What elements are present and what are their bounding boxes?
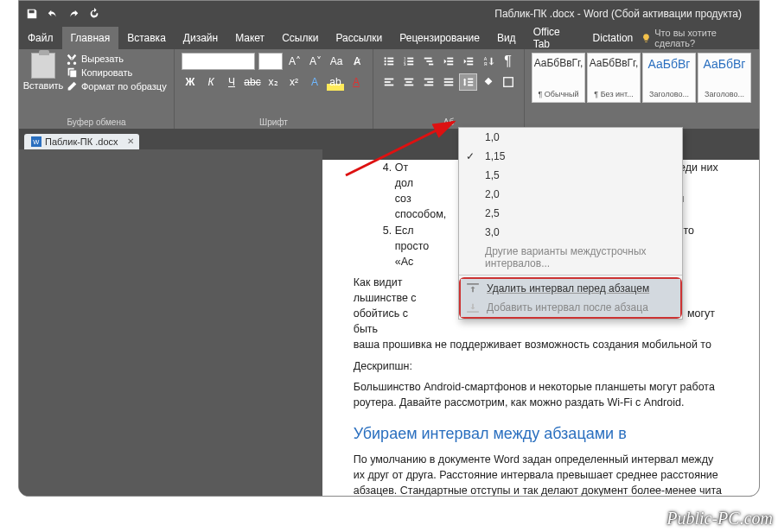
spacing-option-1-5[interactable]: 1,5: [459, 166, 682, 185]
svg-rect-26: [405, 79, 414, 80]
underline-button[interactable]: Ч: [223, 73, 240, 91]
svg-rect-14: [429, 64, 433, 66]
change-case-button[interactable]: Aa: [328, 53, 345, 70]
font-name-combo[interactable]: [182, 53, 255, 70]
svg-text:3: 3: [404, 62, 406, 66]
copy-button[interactable]: Копировать: [66, 66, 167, 79]
word-doc-icon: W: [31, 136, 41, 147]
document-tab[interactable]: W Паблик-ПК .docx ✕: [24, 134, 139, 149]
grow-font-button[interactable]: A˄: [286, 53, 303, 70]
tab-insert[interactable]: Вставка: [118, 27, 175, 49]
spacing-option-1-0[interactable]: 1,0: [459, 128, 682, 147]
svg-rect-27: [406, 81, 412, 83]
paste-button[interactable]: Вставить: [26, 53, 61, 92]
group-font: A˄ A˅ Aa A̷ Ж К Ч abc x₂ x² A ab A Шрифт: [175, 49, 373, 129]
style-normal[interactable]: АаБбВвГг, ¶ Обычный: [532, 53, 585, 103]
spacing-option-1-15[interactable]: 1,15: [459, 147, 682, 166]
text-effects-button[interactable]: A: [306, 73, 323, 91]
spacing-options-more[interactable]: Другие варианты междустрочных интервалов…: [459, 242, 682, 273]
add-space-after-paragraph[interactable]: Добавить интервал после абзаца: [461, 298, 680, 317]
svg-rect-17: [447, 64, 453, 66]
tab-design[interactable]: Дизайн: [175, 27, 226, 49]
tab-home[interactable]: Главная: [62, 27, 119, 49]
scissors-icon: [66, 53, 78, 65]
svg-rect-5: [388, 64, 394, 66]
tab-mailings[interactable]: Рассылки: [327, 27, 391, 49]
svg-rect-18: [467, 58, 473, 60]
group-label-paragraph: Аб: [380, 116, 517, 127]
shading-button[interactable]: [479, 73, 497, 91]
tab-office-tab[interactable]: Office Tab: [525, 27, 584, 49]
line-spacing-button[interactable]: [459, 73, 477, 91]
refresh-icon[interactable]: [88, 8, 100, 20]
align-left-button[interactable]: [380, 73, 399, 91]
show-marks-button[interactable]: ¶: [499, 53, 517, 70]
decrease-indent-button[interactable]: [440, 53, 458, 70]
font-size-combo[interactable]: [258, 53, 283, 70]
svg-rect-12: [424, 58, 432, 60]
tell-me-placeholder: Что вы хотите сделать?: [654, 28, 750, 48]
svg-rect-1: [388, 58, 394, 60]
svg-point-0: [385, 57, 386, 59]
tab-file[interactable]: Файл: [19, 27, 62, 49]
svg-rect-16: [447, 60, 453, 62]
tab-layout[interactable]: Макет: [226, 27, 273, 49]
svg-rect-13: [427, 60, 433, 62]
close-tab-icon[interactable]: ✕: [127, 136, 134, 146]
left-gutter: [19, 149, 322, 496]
numbering-button[interactable]: 123: [400, 53, 418, 70]
undo-icon[interactable]: [47, 8, 59, 20]
redo-icon[interactable]: [67, 8, 80, 20]
superscript-button[interactable]: x²: [285, 73, 303, 91]
save-icon[interactable]: [26, 8, 38, 20]
svg-rect-3: [388, 60, 394, 62]
italic-button[interactable]: К: [202, 73, 220, 91]
tab-review[interactable]: Рецензирование: [391, 27, 488, 49]
titlebar: Паблик-ПК .docx - Word (Сбой активации п…: [19, 1, 759, 27]
spacing-option-3-0[interactable]: 3,0: [459, 223, 682, 242]
heading: Убираем интервал между абзацами в: [354, 422, 728, 445]
cut-button[interactable]: Вырезать: [66, 53, 167, 65]
svg-rect-9: [408, 60, 414, 62]
spacing-option-2-0[interactable]: 2,0: [459, 185, 682, 204]
tab-dictation[interactable]: Dictation: [584, 27, 642, 49]
ribbon: Вставить Вырезать Копировать Формат по о…: [19, 49, 759, 129]
justify-button[interactable]: [440, 73, 458, 91]
svg-rect-32: [444, 79, 454, 80]
tab-references[interactable]: Ссылки: [273, 27, 327, 49]
strikethrough-button[interactable]: abc: [244, 73, 261, 91]
svg-rect-7: [408, 58, 414, 60]
shrink-font-button[interactable]: A˅: [307, 53, 324, 70]
align-center-button[interactable]: [400, 73, 418, 91]
increase-indent-button[interactable]: [459, 53, 477, 70]
line-spacing-menu: 1,0 1,15 1,5 2,0 2,5 3,0 Другие варианты…: [458, 127, 683, 320]
svg-rect-15: [447, 58, 453, 60]
highlight-button[interactable]: ab: [327, 73, 344, 91]
clear-formatting-button[interactable]: A̷: [348, 53, 366, 70]
borders-button[interactable]: [499, 73, 517, 91]
style-no-spacing[interactable]: АаБбВвГг, ¶ Без инт...: [587, 53, 641, 103]
sort-button[interactable]: AЯ: [479, 53, 497, 70]
menu-separator: [459, 275, 682, 276]
spacing-option-2-5[interactable]: 2,5: [459, 204, 682, 223]
svg-rect-36: [468, 81, 473, 83]
bold-button[interactable]: Ж: [182, 73, 199, 91]
clipboard-icon: [31, 53, 55, 79]
font-color-button[interactable]: A: [348, 73, 365, 91]
group-styles: АаБбВвГг, ¶ Обычный АаБбВвГг, ¶ Без инт.…: [525, 49, 759, 129]
svg-point-4: [385, 63, 386, 65]
paragraph: Большинство Android-смартфонов и некотор…: [354, 379, 728, 410]
svg-rect-11: [408, 64, 414, 66]
align-right-button[interactable]: [420, 73, 438, 91]
svg-text:W: W: [33, 138, 40, 146]
multilevel-list-button[interactable]: [420, 53, 438, 70]
tab-view[interactable]: Вид: [488, 27, 525, 49]
annotation-highlight: Удалить интервал перед абзацем Добавить …: [459, 277, 682, 319]
remove-space-before-paragraph[interactable]: Удалить интервал перед абзацем: [461, 279, 680, 298]
subscript-button[interactable]: x₂: [265, 73, 282, 91]
bullets-button[interactable]: [380, 53, 399, 70]
format-painter-button[interactable]: Формат по образцу: [66, 80, 167, 92]
style-heading1[interactable]: АаБбВг Заголово...: [642, 53, 696, 103]
tell-me-search[interactable]: Что вы хотите сделать?: [641, 27, 759, 49]
style-heading2[interactable]: АаБбВг Заголово...: [698, 53, 751, 103]
